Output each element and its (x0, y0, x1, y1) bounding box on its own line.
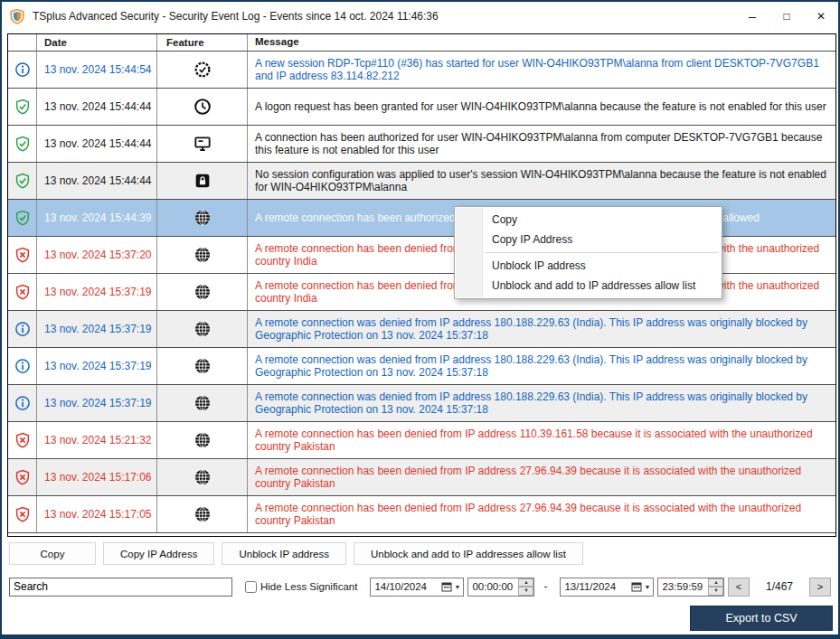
event-message: A remote connection has been denied from… (248, 496, 835, 532)
event-date: 13 nov. 2024 15:17:06 (37, 459, 157, 495)
next-page-button[interactable]: > (809, 578, 831, 597)
from-time-picker[interactable]: 00:00:00 ▲ ▼ (467, 578, 534, 597)
calendar-icon (441, 581, 452, 592)
shield-check-icon (14, 173, 31, 189)
to-time-down-button[interactable]: ▼ (708, 587, 723, 596)
to-date-picker[interactable]: 13/11/2024 ▼ (560, 578, 654, 597)
header-feature[interactable]: Feature (157, 34, 248, 51)
from-date-value: 14/10/2024 (374, 581, 441, 592)
minimize-button[interactable]: – (735, 2, 769, 30)
event-message: A remote connection was denied from IP a… (248, 385, 835, 421)
unblock-allowlist-button[interactable]: Unblock and add to IP addresses allow li… (354, 542, 583, 565)
from-time-up-button[interactable]: ▲ (518, 578, 533, 587)
title-bar: TSplus Advanced Security - Security Even… (2, 2, 838, 30)
export-csv-button[interactable]: Export to CSV (690, 606, 833, 631)
to-date-value: 13/11/2024 (564, 581, 631, 592)
event-date: 13 nov. 2024 15:44:44 (37, 163, 157, 199)
level-cell (8, 237, 37, 273)
level-cell (8, 385, 37, 421)
table-row[interactable]: 13 nov. 2024 15:37:19A remote connection… (8, 311, 835, 348)
chevron-down-icon: ▼ (644, 584, 650, 590)
info-icon (14, 321, 31, 337)
certificate-icon (193, 61, 212, 79)
feature-cell (157, 422, 248, 458)
feature-cell (157, 237, 248, 273)
table-row[interactable]: 13 nov. 2024 15:44:54A new session RDP-T… (8, 52, 835, 89)
table-row[interactable]: 13 nov. 2024 15:17:05A remote connection… (8, 496, 835, 533)
shield-x-icon (14, 284, 31, 300)
level-cell (8, 274, 37, 310)
menu-separator (486, 252, 718, 253)
shield-x-icon (14, 247, 31, 263)
event-message: A logon request has been granted for use… (248, 89, 835, 125)
feature-cell (157, 89, 248, 125)
to-time-value: 23:59:59 (658, 578, 708, 596)
table-row[interactable]: 13 nov. 2024 15:44:44No session configur… (8, 163, 835, 200)
menu-item-copy[interactable]: Copy (456, 210, 721, 230)
table-row[interactable]: 13 nov. 2024 15:21:32A remote connection… (8, 422, 835, 459)
shield-x-icon (14, 432, 31, 448)
feature-cell (157, 52, 248, 88)
globe-icon (193, 505, 212, 523)
hide-less-significant-checkbox[interactable] (245, 581, 257, 593)
to-time-picker[interactable]: 23:59:59 ▲ ▼ (657, 578, 724, 597)
event-date: 13 nov. 2024 15:44:39 (37, 200, 157, 236)
header-level-column (8, 34, 37, 51)
table-row[interactable]: 13 nov. 2024 15:37:19A remote connection… (8, 385, 835, 422)
level-cell (8, 422, 37, 458)
copy-ip-address-button[interactable]: Copy IP Address (103, 542, 214, 565)
level-cell (8, 496, 37, 532)
unblock-ip-button[interactable]: Unblock IP address (222, 542, 346, 565)
table-row[interactable]: 13 nov. 2024 15:17:06A remote connection… (8, 459, 835, 496)
table-row[interactable]: 13 nov. 2024 15:44:44A connection has be… (8, 126, 835, 163)
feature-cell (157, 459, 248, 495)
event-date: 13 nov. 2024 15:37:19 (37, 385, 157, 421)
menu-item-unblock-allowlist[interactable]: Unblock and add to IP addresses allow li… (456, 276, 721, 296)
event-date: 13 nov. 2024 15:17:05 (37, 496, 157, 532)
clock-icon (193, 98, 212, 116)
event-date: 13 nov. 2024 15:37:20 (37, 237, 157, 273)
level-cell (8, 163, 37, 199)
shield-check-icon (14, 136, 31, 152)
to-time-up-button[interactable]: ▲ (708, 578, 723, 587)
copy-button[interactable]: Copy (9, 542, 96, 565)
from-time-down-button[interactable]: ▼ (518, 587, 533, 596)
globe-icon (193, 320, 212, 338)
search-input[interactable] (9, 578, 232, 597)
header-message[interactable]: Message (248, 34, 835, 51)
from-date-picker[interactable]: 14/10/2024 ▼ (370, 578, 464, 597)
date-range-separator: - (543, 580, 547, 593)
event-message: A remote connection has been denied from… (248, 459, 835, 495)
info-icon (14, 358, 31, 374)
globe-icon (193, 246, 212, 264)
table-row[interactable]: 13 nov. 2024 15:37:19A remote connection… (8, 348, 835, 385)
feature-cell (157, 126, 248, 162)
header-date[interactable]: Date (37, 34, 157, 51)
context-menu: Copy Copy IP Address Unblock IP address … (454, 206, 722, 299)
from-time-spinner: ▲ ▼ (518, 578, 533, 596)
event-date: 13 nov. 2024 15:21:32 (37, 422, 157, 458)
event-message: A new session RDP-Tcp#110 (#36) has star… (248, 52, 835, 88)
level-cell (8, 89, 37, 125)
level-cell (8, 52, 37, 88)
action-toolbar: Copy Copy IP Address Unblock IP address … (9, 542, 583, 565)
event-date: 13 nov. 2024 15:37:19 (37, 274, 157, 310)
maximize-button[interactable]: □ (769, 2, 804, 30)
shield-check-icon (14, 210, 31, 226)
level-cell (8, 126, 37, 162)
feature-cell (157, 496, 248, 532)
close-button[interactable]: ✕ (804, 2, 838, 30)
menu-item-copy-ip-address[interactable]: Copy IP Address (456, 230, 721, 249)
to-time-spinner: ▲ ▼ (708, 578, 723, 596)
app-window: TSplus Advanced Security - Security Even… (0, 0, 840, 639)
globe-icon (193, 283, 212, 301)
globe-icon (193, 431, 212, 449)
prev-page-button[interactable]: < (728, 578, 750, 597)
menu-item-unblock-ip[interactable]: Unblock IP address (456, 256, 721, 276)
feature-cell (157, 200, 248, 236)
calendar-icon (631, 581, 642, 592)
filter-bar: Hide Less Significant 14/10/2024 ▼ 00:00… (9, 576, 831, 597)
hide-less-significant: Hide Less Significant (245, 581, 357, 593)
table-row[interactable]: 13 nov. 2024 15:44:44A logon request has… (8, 89, 835, 126)
shield-logo-icon (9, 8, 25, 24)
